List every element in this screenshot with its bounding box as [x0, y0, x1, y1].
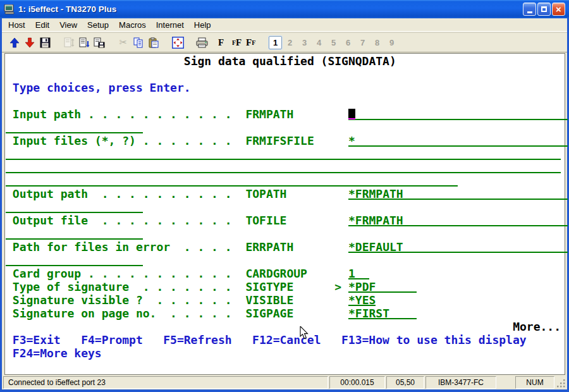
tofile-field-continuation[interactable]	[6, 228, 143, 240]
app-window: 1: i5effect - TN3270 Plus × HostEditView…	[0, 0, 569, 392]
mouse-pointer	[300, 326, 309, 340]
instruction-text: Type choices, press Enter.	[13, 82, 191, 95]
font-button[interactable]: F	[218, 35, 232, 50]
errpath-field-continuation[interactable]	[6, 254, 143, 266]
changed-value-marker: >	[334, 281, 341, 294]
session-button-2[interactable]: 2	[283, 36, 297, 49]
keyword-sigtype: SIGTYPE	[245, 281, 293, 294]
up-arrow-icon	[9, 37, 20, 48]
frmpath-field-continuation[interactable]	[6, 121, 143, 133]
session-button-8[interactable]: 8	[370, 36, 384, 49]
doc-swap-button[interactable]	[61, 35, 76, 50]
down-arrow-button[interactable]	[22, 35, 37, 50]
up-arrow-button[interactable]	[7, 35, 22, 50]
terminal-app-icon	[4, 4, 15, 15]
keyword-sigpage: SIGPAGE	[245, 307, 293, 321]
printer-icon	[196, 37, 208, 48]
label-output-path: Output path . . . . . . . . . .	[13, 188, 232, 201]
print-button[interactable]	[194, 35, 209, 50]
font-letter: F	[218, 37, 224, 48]
label-input-files: Input files (*, ?) . . . . . . .	[13, 135, 232, 148]
keyword-frmifsfile: FRMIFSFILE	[245, 135, 314, 148]
terminal-screen[interactable]: Sign data qualified (SIGNQDATA)Type choi…	[4, 53, 565, 375]
menu-item-setup[interactable]: Setup	[82, 19, 114, 31]
doc-download-button[interactable]	[76, 35, 92, 50]
label-output-file: Output file . . . . . . . . . .	[13, 214, 232, 228]
title-bar[interactable]: 1: i5effect - TN3270 Plus ×	[0, 0, 569, 18]
connection-status: Connected to i5effect port 23	[3, 376, 328, 389]
keyword-frmpath: FRMPATH	[245, 108, 293, 121]
terminal-type: IBM-3477-FC	[425, 376, 496, 389]
keyword-tofile: TOFILE	[245, 214, 286, 228]
floppy-disk-icon	[40, 37, 51, 48]
resize-grip[interactable]	[556, 376, 566, 389]
errpath-field[interactable]: *DEFAULT	[348, 241, 568, 253]
statusbar-spacer	[498, 376, 514, 389]
session-button-7[interactable]: 7	[356, 36, 369, 49]
frmifsfile-field[interactable]: *	[348, 135, 568, 147]
response-time: 00:00.015	[329, 376, 385, 389]
session-button-5[interactable]: 5	[327, 36, 340, 49]
visible-field[interactable]: *YES	[348, 294, 376, 306]
cardgroup-field[interactable]: 1	[348, 267, 369, 279]
font-decrease-button[interactable]: FF	[246, 35, 260, 50]
paste-button[interactable]	[146, 35, 161, 50]
window-title: 1: i5effect - TN3270 Plus	[18, 4, 523, 14]
keyword-cardgroup: CARDGROUP	[245, 267, 307, 281]
topath-field[interactable]: *FRMPATH	[348, 188, 568, 200]
session-button-1[interactable]: 1	[269, 36, 282, 49]
status-bar: Connected to i5effect port 23 00:00.015 …	[2, 376, 567, 389]
doc-swap-icon	[64, 37, 75, 48]
menu-item-host[interactable]: Host	[3, 19, 30, 31]
save-screen-icon	[94, 37, 105, 48]
center-screen-button[interactable]	[170, 35, 185, 50]
sigtype-field[interactable]: *PDF	[348, 281, 417, 293]
cursor-position: 05,50	[386, 376, 424, 389]
menu-item-internet[interactable]: Internet	[151, 19, 189, 31]
label-signature-visible: Signature visible ? . . . . . .	[13, 294, 232, 307]
cut-button[interactable]: ✂	[116, 35, 131, 50]
maximize-button[interactable]	[537, 3, 551, 16]
menu-item-view[interactable]: View	[54, 19, 82, 31]
down-arrow-icon	[25, 37, 35, 48]
frmpath-field[interactable]	[348, 108, 568, 120]
keyword-visible: VISIBLE	[245, 294, 293, 307]
minimize-button[interactable]	[523, 3, 536, 16]
topath-field-continuation[interactable]	[6, 201, 143, 213]
minimize-icon	[527, 11, 532, 13]
close-button[interactable]: ×	[552, 3, 565, 16]
frmifsfile-field-continuation[interactable]	[6, 175, 458, 187]
sigpage-field[interactable]: *FIRST	[348, 307, 417, 319]
resize-grip-icon	[557, 379, 566, 388]
font-letter: F	[246, 37, 252, 48]
label-card-group: Card group . . . . . . . . . . .	[13, 267, 232, 281]
menu-bar: HostEditViewSetupMacrosInternetHelp	[2, 18, 567, 32]
label-signature-on-page-no: Signature on page no. . . . . .	[13, 307, 232, 321]
font-letter: F	[236, 37, 242, 48]
function-keys-line-2: F24=More keys	[13, 347, 102, 360]
screen-title: Sign data qualified (SIGNQDATA)	[184, 55, 396, 68]
keyword-errpath: ERRPATH	[245, 241, 293, 254]
scissors-icon: ✂	[119, 37, 128, 48]
menu-item-edit[interactable]: Edit	[30, 19, 54, 31]
keyword-topath: TOPATH	[245, 188, 286, 201]
session-button-9[interactable]: 9	[385, 36, 398, 49]
save-button[interactable]	[37, 35, 52, 50]
frmifsfile-field-continuation[interactable]	[6, 148, 561, 160]
copy-icon	[133, 37, 144, 48]
menu-item-macros[interactable]: Macros	[114, 19, 151, 31]
label-type-of-signature: Type of signature . . . . . . .	[13, 281, 232, 294]
toolbar: ✂	[2, 32, 567, 52]
session-button-4[interactable]: 4	[312, 36, 326, 49]
copy-button[interactable]	[131, 35, 146, 50]
text-cursor	[348, 109, 355, 119]
session-button-3[interactable]: 3	[298, 36, 311, 49]
tofile-field[interactable]: *FRMPATH	[348, 214, 568, 226]
session-button-6[interactable]: 6	[341, 36, 355, 49]
font-increase-button[interactable]: FF	[232, 35, 246, 50]
doc-download-icon	[79, 37, 90, 48]
frmifsfile-field-continuation[interactable]	[6, 161, 561, 173]
center-screen-icon	[172, 37, 184, 49]
menu-item-help[interactable]: Help	[189, 19, 216, 31]
save-screen-button[interactable]	[92, 35, 107, 50]
